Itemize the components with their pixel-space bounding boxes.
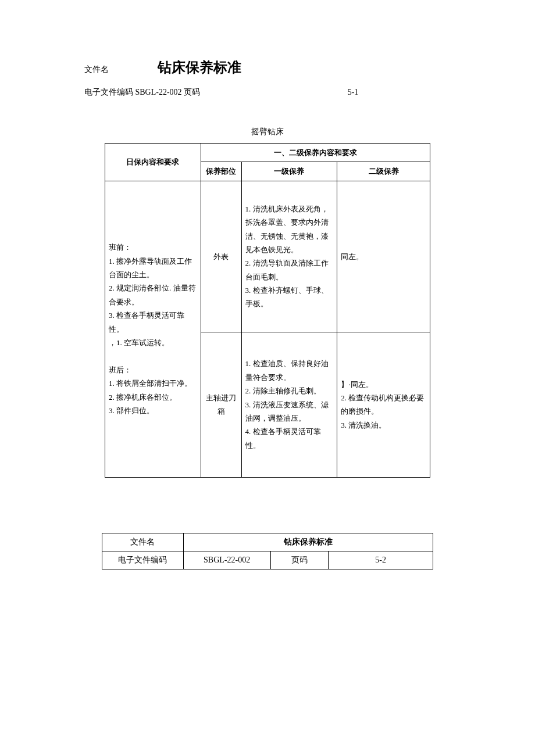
footer-code-label: 电子文件编码: [102, 551, 184, 569]
footer-file-label: 文件名: [102, 533, 184, 551]
th-part: 保养部位: [201, 162, 241, 181]
footer-page-label: 页码: [270, 551, 329, 569]
l2-cell-0: 同左。: [337, 181, 430, 332]
code-value: SBGL-22-002: [135, 88, 182, 96]
th-level2: 二级保养: [337, 162, 430, 181]
document-page: 文件名 钻床保养标准 电子文件编码 SBGL-22-002 页码 5-1 摇臂钻…: [0, 0, 535, 593]
header-row: 文件名 钻床保养标准: [84, 58, 451, 77]
footer-page-value: 5-2: [329, 551, 433, 569]
th-daily: 日保内容和要求: [105, 144, 201, 181]
file-name-label: 文件名: [84, 65, 109, 75]
l2-cell-1: 】·同左。 2. 检查传动机构更换必要的磨损件。 3. 清洗换油。: [337, 332, 430, 477]
code-label: 电子文件编码: [84, 88, 133, 96]
section-subtitle: 摇臂钻床: [84, 127, 451, 137]
maintenance-table: 日保内容和要求 一、二级保养内容和要求 保养部位 一级保养 二级保养 班前： 1…: [105, 143, 430, 478]
code-row: 电子文件编码 SBGL-22-002 页码 5-1: [84, 87, 451, 98]
footer-code-value: SBGL-22-002: [183, 551, 270, 569]
footer-table: 文件名 钻床保养标准 电子文件编码 SBGL-22-002 页码 5-2: [102, 533, 433, 569]
daily-content-cell: 班前： 1. 擦净外露导轨面及工作台面的尘土。 2. 规定润清各部位. 油量符合…: [105, 181, 201, 477]
th-group: 一、二级保养内容和要求: [201, 144, 430, 162]
part-cell-1: 主轴进刀箱: [201, 332, 241, 477]
th-level1: 一级保养: [241, 162, 337, 181]
document-title: 钻床保养标准: [158, 58, 241, 77]
page-label: 页码: [184, 88, 200, 96]
footer-title: 钻床保养标准: [183, 533, 433, 551]
page-value: 5-1: [348, 88, 359, 97]
l1-cell-0: 1. 清洗机床外表及死角，拆洗各罩盖、要求内外清洁、无锈蚀、无黄袍，漆见本色铁见…: [241, 181, 337, 332]
l1-cell-1: 1. 检查油质、保持良好油量符合要求。 2. 清除主轴修孔毛刺。 3. 清洗液压…: [241, 332, 337, 477]
part-cell-0: 外表: [201, 181, 241, 332]
